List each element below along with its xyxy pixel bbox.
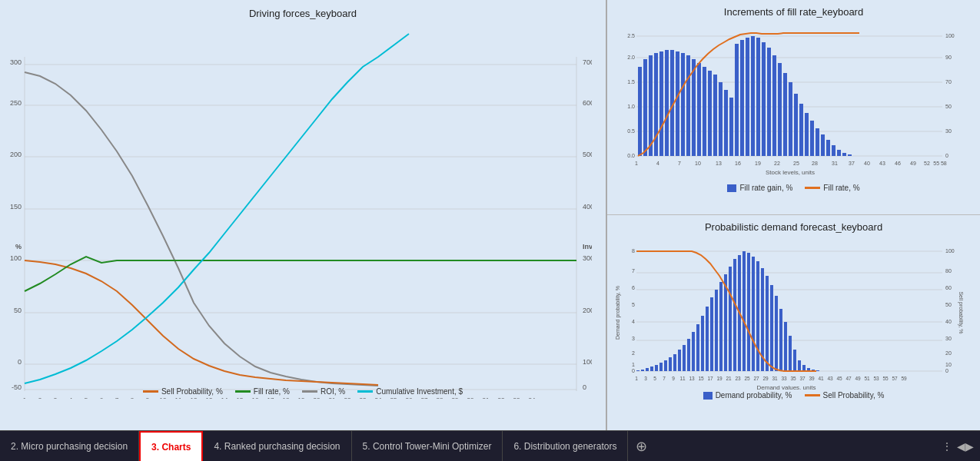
svg-text:2: 2	[38, 396, 42, 399]
svg-text:13: 13	[716, 161, 722, 166]
tab-micro[interactable]: 2. Micro purchasing decision	[0, 431, 139, 462]
tab-micro-label: 2. Micro purchasing decision	[11, 441, 128, 452]
tab-ranked-label: 4. Ranked purchasing decision	[214, 441, 340, 452]
svg-text:0: 0	[945, 368, 948, 373]
svg-text:500: 500	[583, 151, 592, 158]
svg-rect-182	[701, 316, 704, 371]
svg-text:Demand values, units: Demand values, units	[757, 384, 816, 390]
tab-ranked[interactable]: 4. Ranked purchasing decision	[203, 431, 351, 462]
svg-text:37: 37	[799, 376, 806, 381]
top-right-chart-title: Increments of fill rate_keyboard	[613, 6, 974, 18]
svg-text:-50: -50	[12, 383, 22, 391]
svg-text:7: 7	[115, 396, 119, 399]
svg-rect-102	[740, 40, 744, 156]
svg-rect-194	[756, 261, 759, 371]
svg-text:21: 21	[726, 376, 732, 381]
tab-charts[interactable]: 3. Charts	[139, 431, 203, 462]
svg-text:8: 8	[131, 396, 135, 399]
tab-control[interactable]: 5. Control Tower-Mini Optimizer	[352, 431, 503, 462]
svg-text:1.5: 1.5	[627, 79, 635, 85]
svg-text:100: 100	[583, 358, 592, 366]
svg-text:39: 39	[809, 376, 815, 381]
left-chart-title: Driving forces_keyboard	[8, 8, 598, 19]
legend-demand-prob-label: Demand probability, %	[716, 391, 792, 400]
svg-rect-106	[762, 42, 766, 156]
svg-text:8: 8	[632, 248, 635, 254]
svg-text:7: 7	[663, 376, 666, 381]
legend-fill-rate-gain-color	[727, 184, 736, 192]
svg-text:0: 0	[18, 358, 22, 366]
tab-distribution[interactable]: 6. Distribution generators	[503, 431, 628, 462]
svg-text:2.0: 2.0	[627, 55, 635, 60]
svg-text:0: 0	[632, 368, 635, 373]
legend-demand-prob-color	[703, 392, 713, 400]
svg-text:400: 400	[583, 203, 592, 211]
svg-rect-174	[664, 360, 667, 371]
svg-rect-87	[659, 51, 663, 156]
svg-rect-114	[805, 113, 809, 156]
svg-text:57: 57	[892, 376, 898, 381]
tab-control-label: 5. Control Tower-Mini Optimizer	[363, 441, 492, 452]
svg-text:22: 22	[774, 161, 780, 166]
tab-bar: 2. Micro purchasing decision 3. Charts 4…	[0, 430, 980, 461]
svg-text:%: %	[15, 243, 22, 250]
svg-text:0: 0	[945, 153, 948, 158]
svg-rect-94	[697, 63, 701, 156]
add-tab-button[interactable]: ⊕	[628, 438, 655, 455]
svg-text:15: 15	[237, 396, 244, 399]
svg-text:18: 18	[283, 396, 290, 399]
svg-text:1.0: 1.0	[627, 104, 635, 109]
svg-rect-118	[826, 140, 830, 156]
svg-rect-112	[794, 94, 798, 156]
svg-text:50: 50	[945, 104, 952, 109]
svg-text:52: 52	[924, 161, 930, 166]
svg-rect-199	[779, 309, 782, 371]
svg-text:11: 11	[175, 396, 182, 399]
svg-rect-93	[692, 59, 696, 156]
svg-rect-104	[751, 36, 755, 156]
svg-text:6: 6	[100, 396, 104, 399]
svg-rect-108	[772, 55, 776, 156]
svg-rect-85	[649, 55, 653, 156]
svg-rect-173	[659, 363, 663, 371]
svg-text:53: 53	[873, 376, 879, 381]
svg-text:35: 35	[790, 376, 796, 381]
scroll-right-icon[interactable]: ▶	[965, 440, 974, 453]
svg-text:17: 17	[707, 376, 713, 381]
svg-rect-98	[719, 82, 723, 156]
svg-text:100: 100	[945, 248, 955, 254]
legend-roi-label: ROI, %	[321, 387, 345, 396]
svg-rect-172	[655, 365, 658, 371]
svg-text:14: 14	[221, 396, 228, 399]
svg-text:1: 1	[635, 161, 638, 166]
svg-text:12: 12	[191, 396, 198, 399]
svg-rect-117	[821, 134, 825, 156]
tab-menu-icon[interactable]: ⋮	[942, 440, 952, 453]
svg-text:600: 600	[583, 99, 592, 107]
svg-rect-193	[752, 257, 755, 371]
svg-rect-101	[735, 44, 739, 156]
svg-rect-207	[816, 370, 819, 371]
svg-text:26: 26	[406, 396, 413, 399]
tab-nav-controls: ⋮ ◀ ▶	[935, 440, 980, 453]
top-right-chart-panel: Increments of fill rate_keyboard Fill ra…	[607, 0, 980, 215]
svg-text:1: 1	[632, 362, 635, 367]
legend-sell-probability: Sell Probability, %	[805, 391, 885, 400]
svg-text:3: 3	[54, 396, 58, 399]
svg-text:22: 22	[344, 396, 351, 399]
scroll-left-icon[interactable]: ◀	[957, 440, 965, 453]
svg-text:59: 59	[901, 376, 907, 381]
svg-text:300: 300	[10, 58, 22, 66]
legend-sell-prob-label: Sell Probability, %	[161, 387, 223, 396]
svg-text:27: 27	[421, 396, 428, 399]
svg-rect-178	[683, 345, 686, 371]
svg-text:40: 40	[864, 161, 870, 166]
svg-text:11: 11	[679, 376, 686, 381]
svg-text:17: 17	[267, 396, 274, 399]
svg-rect-181	[696, 324, 699, 371]
svg-rect-175	[669, 357, 672, 371]
svg-rect-97	[713, 75, 717, 156]
svg-rect-204	[802, 365, 806, 371]
svg-text:90: 90	[945, 55, 952, 60]
svg-rect-171	[650, 366, 653, 371]
